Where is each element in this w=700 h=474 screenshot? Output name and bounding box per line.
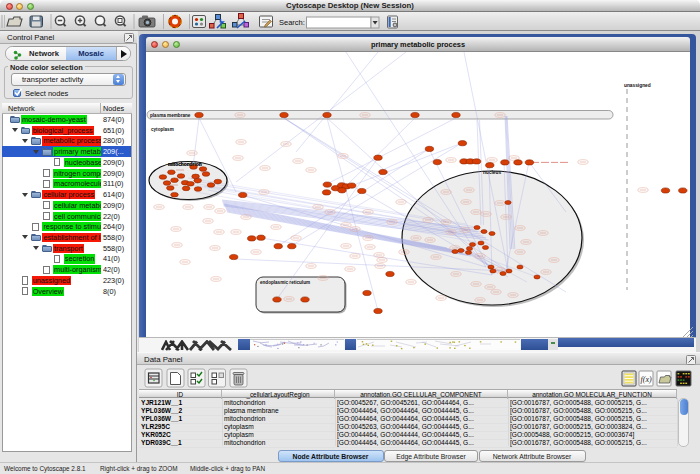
svg-text:f(x): f(x) [641,375,652,384]
svg-text:plasma membrane: plasma membrane [150,113,191,118]
svg-text:Search:: Search: [279,18,305,27]
svg-text:nucleus: nucleus [483,170,501,175]
svg-text:unassigned: unassigned [624,83,651,88]
svg-text:cytoplasm: cytoplasm [151,127,174,132]
svg-text:endoplasmic reticulum: endoplasmic reticulum [260,280,310,285]
svg-text:mitochondrion: mitochondrion [168,162,202,167]
